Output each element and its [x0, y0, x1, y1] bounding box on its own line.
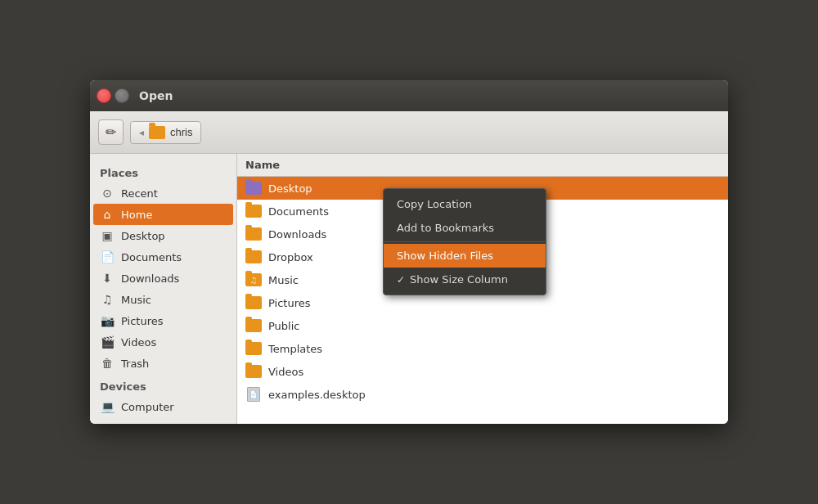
main-area: Places ⊙ Recent ⌂ Home ▣ Desktop 📄 Docum… [90, 154, 728, 424]
context-show-hidden[interactable]: Show Hidden Files [384, 244, 546, 268]
recent-icon: ⊙ [100, 187, 115, 200]
desktop-folder-icon [245, 181, 262, 196]
sidebar-item-downloads[interactable]: ⬇ Downloads [90, 268, 236, 289]
file-name-templates: Templates [268, 343, 322, 355]
context-separator [384, 241, 546, 242]
file-name-documents: Documents [268, 205, 329, 218]
documents-icon: 📄 [100, 250, 115, 263]
breadcrumb-button[interactable]: ◂ chris [130, 121, 201, 144]
sidebar-label-home: Home [121, 209, 152, 221]
places-header: Places [90, 160, 236, 182]
downloads-icon: ⬇ [100, 272, 115, 285]
minimize-button[interactable] [115, 88, 129, 103]
sidebar-label-downloads: Downloads [121, 272, 179, 285]
sidebar-label-music: Music [121, 294, 151, 306]
home-icon: ⌂ [100, 208, 115, 221]
sidebar-item-trash[interactable]: 🗑 Trash [90, 353, 236, 374]
templates-folder-icon [245, 341, 262, 356]
context-show-size[interactable]: ✓ Show Size Column [384, 268, 546, 291]
file-name-pictures: Pictures [268, 297, 310, 309]
check-icon: ✓ [397, 274, 405, 286]
file-item-templates[interactable]: Templates [237, 337, 728, 360]
context-copy-location[interactable]: Copy Location [384, 192, 546, 216]
public-folder-icon [245, 318, 262, 333]
file-item-videos[interactable]: Videos [237, 360, 728, 383]
breadcrumb-arrow-icon: ◂ [139, 127, 144, 138]
show-hidden-label: Show Hidden Files [397, 250, 493, 262]
add-bookmarks-label: Add to Bookmarks [397, 222, 494, 234]
sidebar-item-desktop[interactable]: ▣ Desktop [90, 225, 236, 246]
file-name-downloads: Downloads [268, 228, 326, 241]
sidebar-item-recent[interactable]: ⊙ Recent [90, 182, 236, 204]
titlebar: Open [90, 80, 728, 111]
documents-folder-icon [245, 204, 262, 218]
folder-icon [149, 126, 165, 139]
pictures-icon: 📷 [100, 314, 115, 327]
devices-header: Devices [90, 374, 236, 396]
sidebar-label-videos: Videos [121, 336, 156, 349]
context-add-bookmarks[interactable]: Add to Bookmarks [384, 216, 546, 240]
sidebar-label-computer: Computer [121, 401, 174, 413]
sidebar-label-documents: Documents [121, 251, 182, 263]
file-area: Name Desktop Documents [237, 154, 728, 424]
videos-folder-icon [245, 364, 262, 379]
sidebar-item-pictures[interactable]: 📷 Pictures [90, 310, 236, 331]
toolbar: ✏ ◂ chris [90, 111, 728, 154]
file-name-music: Music [268, 274, 299, 286]
file-item-examples[interactable]: 📄 examples.desktop [237, 383, 728, 406]
desktop-icon: ▣ [100, 229, 115, 242]
videos-icon: 🎬 [100, 335, 115, 349]
sidebar-label-pictures: Pictures [121, 315, 163, 327]
edit-button[interactable]: ✏ [98, 119, 124, 145]
sidebar-item-home[interactable]: ⌂ Home [93, 204, 233, 225]
file-name-public: Public [268, 320, 299, 332]
sidebar-label-trash: Trash [121, 358, 149, 370]
sidebar-label-desktop: Desktop [121, 230, 165, 242]
file-name-desktop: Desktop [268, 182, 312, 195]
file-name-dropbox: Dropbox [268, 251, 313, 263]
music-folder-icon: ♫ [245, 272, 262, 287]
sidebar-item-documents[interactable]: 📄 Documents [90, 246, 236, 268]
copy-location-label: Copy Location [397, 198, 472, 210]
trash-icon: 🗑 [100, 357, 115, 370]
file-name-videos: Videos [268, 366, 303, 378]
file-list-header: Name [237, 154, 728, 177]
sidebar-item-music[interactable]: ♫ Music [90, 289, 236, 310]
pictures-folder-icon [245, 295, 262, 310]
window-controls [97, 88, 129, 103]
sidebar-label-recent: Recent [121, 187, 158, 200]
sidebar: Places ⊙ Recent ⌂ Home ▣ Desktop 📄 Docum… [90, 154, 237, 424]
file-name-examples: examples.desktop [268, 389, 366, 401]
breadcrumb-label: chris [170, 126, 192, 138]
sidebar-item-computer[interactable]: 💻 Computer [90, 396, 236, 417]
dropbox-folder-icon [245, 250, 262, 264]
file-item-public[interactable]: Public [237, 314, 728, 337]
context-menu: Copy Location Add to Bookmarks Show Hidd… [383, 188, 546, 295]
show-size-label: Show Size Column [410, 273, 508, 286]
examples-file-icon: 📄 [245, 387, 262, 402]
sidebar-item-videos[interactable]: 🎬 Videos [90, 331, 236, 353]
pencil-icon: ✏ [106, 124, 116, 140]
computer-icon: 💻 [100, 400, 115, 413]
downloads-folder-icon [245, 227, 262, 241]
open-dialog: Open ✏ ◂ chris Places ⊙ Recent ⌂ Home ▣ [90, 80, 728, 424]
name-column-header: Name [245, 159, 280, 171]
window-title: Open [139, 89, 173, 102]
close-button[interactable] [97, 88, 111, 103]
music-icon: ♫ [100, 293, 115, 306]
